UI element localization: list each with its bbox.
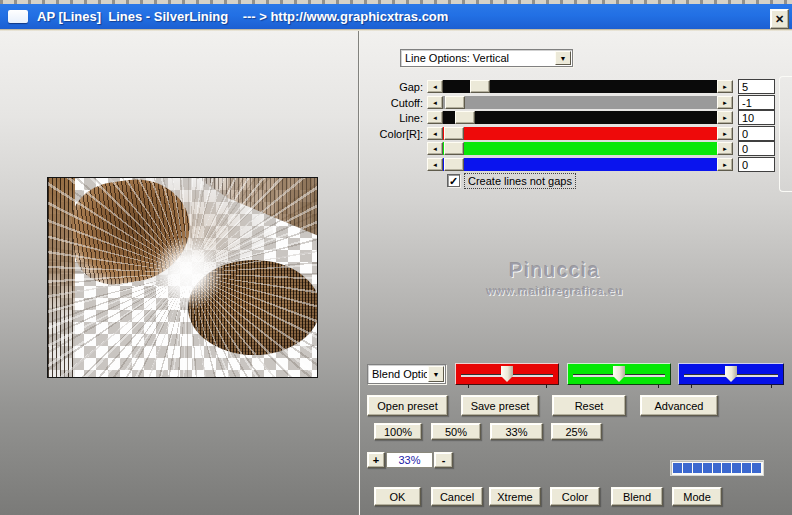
progress-segment (742, 463, 751, 473)
green-mix-slider[interactable] (567, 363, 671, 385)
cutoff-value-input[interactable] (738, 95, 775, 110)
zoom-25-button[interactable]: 25% (551, 423, 602, 440)
gap-increment-button[interactable]: ► (717, 80, 733, 93)
blend-button[interactable]: Blend (611, 487, 663, 506)
gap-decrement-button[interactable]: ◄ (427, 80, 443, 93)
chevron-down-icon: ▼ (560, 55, 567, 62)
color-g-decrement-button[interactable]: ◄ (427, 142, 443, 155)
minus-icon: - (442, 454, 446, 466)
zoom-33-button[interactable]: 33% (490, 423, 543, 440)
slider-row-line: Line: ◄ ► (363, 110, 777, 125)
gap-slider-thumb[interactable] (470, 80, 490, 93)
right-arrow-icon: ► (722, 100, 728, 106)
cutoff-increment-button[interactable]: ► (717, 96, 733, 109)
blue-mix-thumb[interactable] (725, 366, 737, 382)
color-g-slider-track[interactable] (443, 142, 717, 155)
blend-options-dropdown[interactable]: Blend Optio ▼ (367, 364, 446, 384)
slider-row-color-r: Color[R]: ◄ ► (363, 126, 777, 141)
mode-label: Mode (683, 491, 711, 503)
line-decrement-button[interactable]: ◄ (427, 111, 443, 124)
progress-segment (722, 463, 731, 473)
color-b-slider-thumb[interactable] (444, 158, 464, 171)
tick-mark (658, 385, 659, 388)
green-mix-thumb[interactable] (613, 366, 625, 382)
progress-segment (683, 463, 692, 473)
line-increment-button[interactable]: ► (717, 111, 733, 124)
progress-bar (670, 460, 764, 476)
tick-mark (691, 385, 692, 388)
color-r-increment-button[interactable]: ► (717, 127, 733, 140)
right-arrow-icon: ► (722, 146, 728, 152)
gap-value-input[interactable] (738, 79, 775, 94)
cutoff-slider-thumb[interactable] (445, 96, 465, 109)
watermark-name: Pinuccia (455, 259, 655, 282)
xtreme-button[interactable]: Xtreme (489, 487, 541, 506)
left-arrow-icon: ◄ (432, 131, 438, 137)
line-options-dropdown-button[interactable]: ▼ (555, 51, 571, 65)
color-g-slider-thumb[interactable] (444, 142, 464, 155)
window-title: AP [Lines] Lines - SilverLining --- > ht… (37, 4, 448, 29)
color-button[interactable]: Color (550, 487, 600, 506)
gap-slider-track[interactable] (443, 80, 717, 93)
line-slider-thumb[interactable] (455, 111, 475, 124)
close-button[interactable]: ✕ (770, 9, 789, 29)
save-preset-button[interactable]: Save preset (461, 395, 539, 416)
color-b-slider-track[interactable] (443, 158, 717, 171)
red-mix-thumb[interactable] (501, 366, 513, 382)
progress-segment (713, 463, 722, 473)
cutoff-decrement-button[interactable]: ◄ (427, 96, 443, 109)
tick-mark (580, 385, 581, 388)
zoom-in-button[interactable]: + (367, 452, 385, 468)
blend-options-dropdown-button[interactable]: ▼ (428, 366, 444, 382)
advanced-label: Advanced (655, 400, 704, 412)
zoom-100-label: 100% (384, 426, 412, 438)
zoom-level-display: 33% (386, 452, 433, 468)
value-group-outline (779, 76, 792, 192)
zoom-out-button[interactable]: - (434, 452, 453, 468)
red-mix-slider[interactable] (455, 363, 559, 385)
cancel-button[interactable]: Cancel (431, 487, 483, 506)
cancel-label: Cancel (440, 491, 474, 503)
create-lines-checkbox[interactable]: ✓ (447, 174, 460, 187)
left-arrow-icon: ◄ (432, 115, 438, 121)
color-label: Color (562, 491, 588, 503)
color-r-decrement-button[interactable]: ◄ (427, 127, 443, 140)
reset-label: Reset (575, 400, 604, 412)
advanced-button[interactable]: Advanced (640, 395, 718, 416)
color-b-increment-button[interactable]: ► (717, 158, 733, 171)
zoom-50-button[interactable]: 50% (431, 423, 481, 440)
line-value-input[interactable] (738, 110, 775, 125)
left-arrow-icon: ◄ (432, 162, 438, 168)
zoom-100-button[interactable]: 100% (374, 423, 422, 440)
color-r-value-input[interactable] (738, 126, 775, 141)
blend-label: Blend (623, 491, 651, 503)
blue-mix-slider[interactable] (678, 363, 784, 385)
color-b-value-input[interactable] (738, 157, 775, 172)
preview-art-glow (151, 236, 225, 310)
ok-button[interactable]: OK (374, 487, 421, 506)
open-preset-button[interactable]: Open preset (367, 395, 448, 416)
slider-label-line: Line: (363, 112, 427, 124)
create-lines-checkbox-label[interactable]: Create lines not gaps (464, 173, 576, 189)
line-slider-track[interactable] (443, 111, 717, 124)
image-preview[interactable] (47, 177, 318, 378)
right-arrow-icon: ► (722, 84, 728, 90)
progress-segment (703, 463, 712, 473)
title-bar[interactable]: AP [Lines] Lines - SilverLining --- > ht… (0, 4, 792, 29)
cutoff-slider-track[interactable] (443, 96, 717, 109)
color-g-increment-button[interactable]: ► (717, 142, 733, 155)
line-options-dropdown[interactable]: Line Options: Vertical ▼ (400, 49, 573, 67)
color-r-slider-track[interactable] (443, 127, 717, 140)
slider-row-cutoff: Cutoff: ◄ ► (363, 95, 777, 110)
mode-button[interactable]: Mode (672, 487, 722, 506)
open-preset-label: Open preset (377, 400, 438, 412)
color-g-value-input[interactable] (738, 141, 775, 156)
save-preset-label: Save preset (471, 400, 530, 412)
color-r-slider-thumb[interactable] (444, 127, 464, 140)
color-b-decrement-button[interactable]: ◄ (427, 158, 443, 171)
reset-button[interactable]: Reset (552, 395, 626, 416)
plus-icon: + (373, 454, 379, 466)
ok-label: OK (390, 491, 406, 503)
xtreme-label: Xtreme (497, 491, 532, 503)
tick-mark (468, 385, 469, 388)
